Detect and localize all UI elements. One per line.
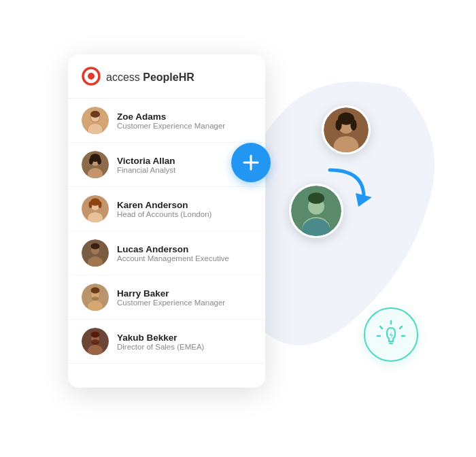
svg-point-28 <box>91 288 100 294</box>
person-name: Yakub Bekker <box>117 333 252 343</box>
lightbulb-icon <box>375 318 407 351</box>
person-title: Head of Accounts (London) <box>117 210 252 218</box>
floating-avatar-2 <box>289 184 343 238</box>
person-title: Customer Experience Manager <box>117 122 252 130</box>
svg-line-51 <box>400 326 402 328</box>
svg-point-1 <box>88 73 95 80</box>
svg-point-45 <box>308 192 324 204</box>
card-header: access PeopleHR <box>68 54 265 99</box>
svg-point-7 <box>90 111 100 118</box>
svg-marker-47 <box>356 193 372 207</box>
svg-point-18 <box>89 201 92 208</box>
svg-point-27 <box>92 297 99 301</box>
person-name: Harry Baker <box>117 288 252 299</box>
svg-point-33 <box>91 332 100 338</box>
svg-point-41 <box>350 119 356 131</box>
svg-point-40 <box>335 119 341 131</box>
list-item[interactable]: Harry Baker Customer Experience Manager <box>68 275 265 320</box>
avatar <box>82 284 109 311</box>
avatar <box>82 107 109 134</box>
person-name: Zoe Adams <box>117 112 252 122</box>
person-title: Director of Sales (EMEA) <box>117 343 252 351</box>
person-info: Karen Anderson Head of Accounts (London) <box>117 200 252 218</box>
person-info: Yakub Bekker Director of Sales (EMEA) <box>117 333 252 351</box>
avatar <box>82 328 109 355</box>
plus-icon <box>241 153 260 172</box>
person-list: Zoe Adams Customer Experience Manager <box>68 99 265 364</box>
person-title: Account Management Executive <box>117 254 252 263</box>
svg-point-19 <box>99 201 102 208</box>
avatar <box>82 239 109 267</box>
add-person-button[interactable] <box>231 143 271 182</box>
floating-avatar-1 <box>322 105 371 154</box>
svg-point-23 <box>91 243 100 250</box>
logo-icon <box>82 67 101 88</box>
svg-line-49 <box>380 326 382 328</box>
list-item[interactable]: Zoe Adams Customer Experience Manager <box>68 99 265 143</box>
logo-text: access PeopleHR <box>106 71 194 84</box>
svg-point-12 <box>89 158 93 165</box>
svg-point-32 <box>91 339 99 345</box>
lightbulb-circle <box>364 307 418 362</box>
person-info: Lucas Anderson Account Management Execut… <box>117 244 252 263</box>
person-info: Harry Baker Customer Experience Manager <box>117 288 252 307</box>
list-item[interactable]: Yakub Bekker Director of Sales (EMEA) <box>68 320 265 364</box>
scene: access PeopleHR <box>0 0 476 457</box>
person-info: Zoe Adams Customer Experience Manager <box>117 112 252 130</box>
employee-card: access PeopleHR <box>68 54 265 388</box>
person-title: Customer Experience Manager <box>117 299 252 307</box>
person-name: Lucas Anderson <box>117 244 252 254</box>
svg-point-13 <box>97 158 101 165</box>
list-item[interactable]: Karen Anderson Head of Accounts (London) <box>68 187 265 231</box>
person-name: Karen Anderson <box>117 200 252 210</box>
avatar <box>82 151 109 178</box>
avatar <box>82 195 109 222</box>
list-item[interactable]: Lucas Anderson Account Management Execut… <box>68 231 265 275</box>
